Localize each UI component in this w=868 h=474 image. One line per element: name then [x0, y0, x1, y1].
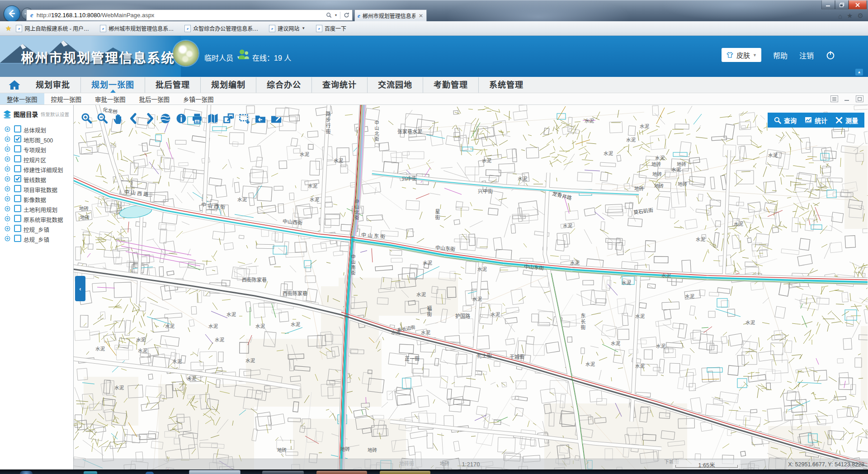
- layer-item[interactable]: 原系统审批数据: [0, 213, 73, 223]
- layer-checkbox[interactable]: [14, 175, 21, 182]
- expand-plus-icon[interactable]: [5, 166, 10, 174]
- search-icon[interactable]: [326, 12, 332, 18]
- layer-checkbox[interactable]: [14, 205, 21, 212]
- map-tool-open-window-icon[interactable]: [222, 112, 235, 125]
- favorite-item[interactable]: e建议网站▼: [269, 24, 305, 32]
- map-action-measure[interactable]: 测量: [835, 116, 858, 125]
- header-collapse-button[interactable]: ▲: [855, 69, 863, 76]
- nav-item[interactable]: 考勤管理: [423, 77, 478, 93]
- layer-checkbox[interactable]: [14, 135, 21, 142]
- taskbar-icon-app[interactable]: [146, 472, 154, 474]
- map-tool-overview-map-icon[interactable]: [207, 112, 219, 125]
- window-minimize-button[interactable]: [821, 0, 835, 9]
- expand-plus-icon[interactable]: [5, 175, 10, 184]
- user-avatar[interactable]: [173, 41, 198, 66]
- layer-checkbox[interactable]: [14, 185, 21, 192]
- subtab[interactable]: 整体一张图: [0, 93, 44, 104]
- map-tool-next-view-icon[interactable]: [143, 112, 156, 125]
- tab-close-icon[interactable]: ✕: [415, 13, 426, 19]
- subtab[interactable]: 控规一张图: [44, 93, 89, 104]
- nav-item[interactable]: 系统管理: [478, 77, 534, 93]
- layer-item[interactable]: 控规_乡镇: [0, 223, 73, 233]
- taskbar-start-orb[interactable]: [20, 471, 33, 474]
- layer-item[interactable]: 专项规划: [0, 144, 73, 154]
- map-tool-identify-icon[interactable]: [175, 112, 188, 125]
- expand-plus-icon[interactable]: [5, 205, 10, 213]
- favorite-item[interactable]: e郴州城市规划管理信息系…: [100, 24, 174, 32]
- layer-item[interactable]: 影像数据: [0, 194, 73, 204]
- expand-plus-icon[interactable]: [5, 156, 10, 164]
- nav-home-icon[interactable]: [8, 79, 21, 91]
- frame-list-icon[interactable]: [830, 95, 838, 102]
- expand-plus-icon[interactable]: [5, 136, 10, 144]
- map-tool-zoom-out-icon[interactable]: [96, 112, 108, 125]
- window-close-button[interactable]: [849, 0, 867, 9]
- layer-item[interactable]: 修建性详细规划: [0, 164, 73, 174]
- layer-checkbox[interactable]: [14, 165, 21, 172]
- logout-link[interactable]: 注销: [799, 50, 814, 61]
- favorite-item[interactable]: e众智综合办公管理信息系…: [184, 24, 258, 32]
- map-action-stats[interactable]: 统计: [805, 116, 827, 125]
- nav-item[interactable]: 交流园地: [367, 77, 423, 93]
- browser-tab[interactable]: e 郴州市规划管理信息系统 ✕: [354, 9, 427, 21]
- nav-item[interactable]: 规划编制: [200, 77, 256, 93]
- taskbar-tile-active[interactable]: [189, 470, 241, 474]
- layer-checkbox[interactable]: [14, 145, 21, 152]
- layer-item[interactable]: 土地利用规划: [0, 204, 73, 213]
- layer-item[interactable]: 总规_乡镇: [0, 233, 73, 243]
- layer-checkbox[interactable]: [14, 235, 21, 242]
- layer-checkbox[interactable]: [14, 195, 21, 202]
- map-tool-edit-data-icon[interactable]: [270, 112, 283, 125]
- layer-item[interactable]: 地形图_500: [0, 134, 73, 144]
- taskbar-tile-2[interactable]: [262, 471, 304, 474]
- map-tool-select-area-icon[interactable]: [238, 112, 251, 125]
- nav-item[interactable]: 查询统计: [311, 77, 367, 93]
- layer-checkbox[interactable]: [14, 155, 21, 162]
- layer-checkbox[interactable]: [14, 225, 21, 232]
- power-icon[interactable]: [826, 50, 835, 60]
- map-tool-previous-view-icon[interactable]: [127, 112, 140, 125]
- layer-checkbox[interactable]: [14, 215, 21, 222]
- panel-collapse-tab[interactable]: ‹: [75, 276, 85, 301]
- favorite-item[interactable]: e百度一下: [316, 24, 346, 32]
- layer-item[interactable]: 控规片区: [0, 154, 73, 164]
- map-tool-full-extent-icon[interactable]: [159, 112, 172, 125]
- skin-button[interactable]: 皮肤▼: [722, 48, 761, 62]
- map-tool-save-data-icon[interactable]: [254, 112, 267, 125]
- search-dropdown-caret[interactable]: ▾: [335, 13, 337, 17]
- help-link[interactable]: 帮助: [773, 50, 788, 61]
- map-tool-zoom-in-icon[interactable]: [80, 112, 93, 125]
- layer-item[interactable]: 项目审批数据: [0, 184, 73, 194]
- windows-taskbar[interactable]: [0, 469, 868, 474]
- taskbar-tile-4[interactable]: [380, 471, 430, 474]
- nav-item[interactable]: 规划审批: [25, 77, 80, 93]
- settings-gear-icon[interactable]: ⚙: [858, 12, 863, 20]
- expand-plus-icon[interactable]: [5, 235, 10, 243]
- nav-item[interactable]: 规划一张图: [80, 77, 145, 93]
- favorites-add-star-icon[interactable]: ★: [5, 24, 11, 33]
- expand-plus-icon[interactable]: [5, 215, 10, 223]
- expand-plus-icon[interactable]: [5, 146, 10, 154]
- expand-plus-icon[interactable]: [5, 195, 10, 204]
- frame-minimize-icon[interactable]: [844, 96, 850, 102]
- favorites-star-icon[interactable]: ★: [847, 12, 853, 20]
- taskbar-tile-3[interactable]: [316, 471, 367, 474]
- map-tool-print-icon[interactable]: [191, 112, 203, 125]
- address-bar[interactable]: e http://192.168.1.10:8080/WebMainPage.a…: [26, 9, 353, 21]
- nav-item[interactable]: 综合办公: [256, 77, 311, 93]
- expand-plus-icon[interactable]: [5, 225, 10, 233]
- window-restore-button[interactable]: [835, 0, 849, 9]
- subtab[interactable]: 审批一张图: [88, 93, 132, 104]
- layer-item[interactable]: 管线数据: [0, 174, 73, 184]
- layer-checkbox[interactable]: [14, 125, 21, 133]
- home-icon[interactable]: ⌂: [838, 12, 842, 20]
- map-tool-pan-icon[interactable]: [112, 112, 124, 125]
- browser-back-button[interactable]: [4, 5, 20, 22]
- layer-reset-link[interactable]: 恢复默认设置: [41, 111, 69, 118]
- refresh-icon[interactable]: [344, 12, 349, 18]
- map-action-search[interactable]: 查询: [774, 116, 797, 125]
- nav-item[interactable]: 批后管理: [145, 77, 200, 93]
- frame-maximize-icon[interactable]: [856, 95, 863, 102]
- user-menu[interactable]: 临时人员▼: [204, 52, 241, 63]
- expand-plus-icon[interactable]: [5, 185, 10, 194]
